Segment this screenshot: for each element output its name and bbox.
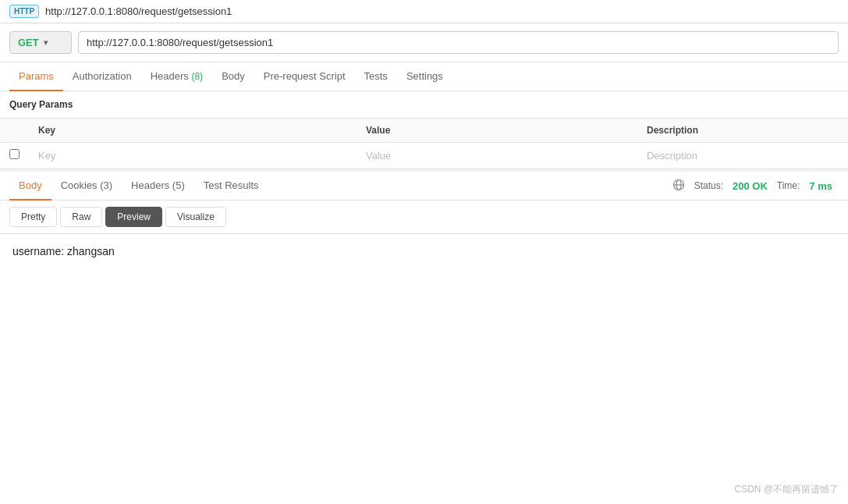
- table-row: Key Value Description: [0, 143, 848, 169]
- watermark: CSDN @不能再留遗憾了: [734, 483, 839, 496]
- tab-headers[interactable]: Headers (8): [141, 62, 212, 91]
- response-panel: Body Cookies (3) Headers (5) Test Result…: [0, 169, 848, 504]
- col-key-header: Key: [29, 119, 357, 143]
- title-url: http://127.0.0.1:8080/request/getsession…: [45, 5, 232, 17]
- response-tabs-bar: Body Cookies (3) Headers (5) Test Result…: [0, 172, 848, 201]
- row-key[interactable]: Key: [29, 143, 357, 169]
- response-body: username: zhangsan: [0, 234, 848, 268]
- response-tab-cookies[interactable]: Cookies (3): [51, 172, 122, 201]
- col-description-header: Description: [637, 119, 848, 143]
- request-panel: GET ▾ Params Authorization Headers (8) B…: [0, 23, 848, 169]
- app-container: HTTP http://127.0.0.1:8080/request/getse…: [0, 0, 848, 504]
- view-raw-button[interactable]: Raw: [60, 207, 102, 227]
- row-description[interactable]: Description: [637, 143, 848, 169]
- response-tab-testresults[interactable]: Test Results: [194, 172, 268, 201]
- col-value-header: Value: [357, 119, 637, 143]
- params-table: Key Value Description Key Value Descript…: [0, 118, 848, 169]
- status-value: 200 OK: [733, 180, 768, 192]
- tab-settings[interactable]: Settings: [397, 62, 452, 91]
- url-input[interactable]: [78, 31, 839, 54]
- headers-badge: (8): [191, 71, 203, 82]
- tab-body[interactable]: Body: [212, 62, 254, 91]
- globe-icon: [672, 179, 685, 193]
- row-checkbox[interactable]: [0, 143, 29, 169]
- request-tabs-bar: Params Authorization Headers (8) Body Pr…: [0, 62, 848, 91]
- time-value: 7 ms: [809, 180, 832, 192]
- tab-params[interactable]: Params: [9, 62, 63, 91]
- response-tab-body[interactable]: Body: [9, 172, 51, 201]
- response-status: Status: 200 OK Time: 7 ms: [672, 179, 839, 193]
- query-params-label: Query Params: [0, 91, 848, 118]
- tab-tests[interactable]: Tests: [355, 62, 397, 91]
- view-visualize-button[interactable]: Visualize: [165, 207, 226, 227]
- request-bar: GET ▾: [0, 23, 848, 62]
- status-label: Status:: [694, 180, 723, 191]
- http-badge: HTTP: [9, 5, 39, 18]
- method-label: GET: [18, 37, 39, 48]
- chevron-down-icon: ▾: [44, 38, 48, 47]
- method-select[interactable]: GET ▾: [9, 31, 72, 54]
- tab-prerequest[interactable]: Pre-request Script: [254, 62, 355, 91]
- col-checkbox-header: [0, 119, 29, 143]
- row-value[interactable]: Value: [357, 143, 637, 169]
- response-tab-headers[interactable]: Headers (5): [122, 172, 194, 201]
- view-preview-button[interactable]: Preview: [105, 207, 162, 227]
- row-checkbox-input[interactable]: [9, 149, 20, 159]
- tab-authorization[interactable]: Authorization: [63, 62, 141, 91]
- time-label: Time:: [777, 180, 800, 191]
- view-pretty-button[interactable]: Pretty: [9, 207, 57, 227]
- view-buttons-bar: Pretty Raw Preview Visualize: [0, 201, 848, 234]
- title-bar: HTTP http://127.0.0.1:8080/request/getse…: [0, 0, 848, 23]
